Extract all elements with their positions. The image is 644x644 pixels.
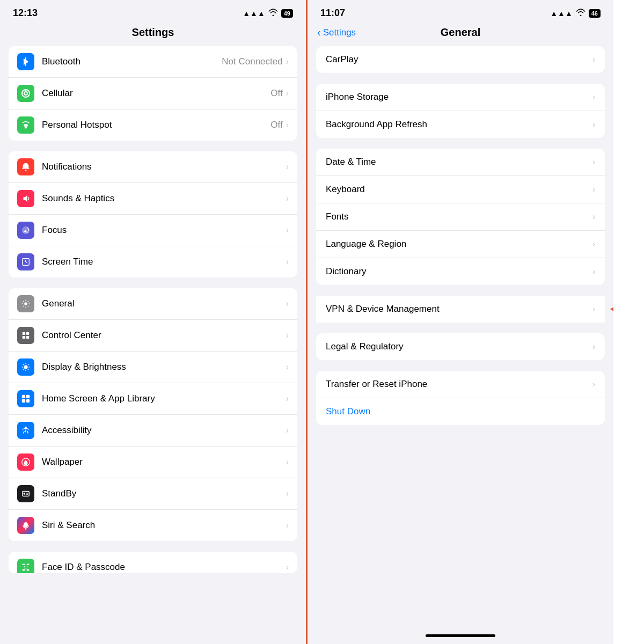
- cellular-row[interactable]: Cellular Off ›: [9, 78, 297, 109]
- homescreen-icon: [17, 390, 34, 407]
- datetime-chevron: ›: [592, 157, 595, 167]
- notifications-row[interactable]: Notifications ›: [9, 151, 297, 183]
- back-label: Settings: [323, 27, 356, 38]
- display-label: Display & Brightness: [42, 362, 286, 372]
- svg-rect-3: [24, 124, 27, 127]
- faceid-row[interactable]: Face ID & Passcode ›: [9, 552, 297, 573]
- hotspot-value: Off: [270, 120, 282, 130]
- accessibility-row[interactable]: Accessibility ›: [9, 415, 297, 447]
- fonts-label: Fonts: [326, 211, 592, 222]
- signal-icon: ▲▲▲: [243, 9, 265, 18]
- right-battery-badge: 46: [589, 9, 601, 18]
- svg-rect-25: [26, 494, 28, 494]
- focus-row[interactable]: Focus ›: [9, 215, 297, 246]
- iphone-storage-chevron: ›: [592, 92, 595, 102]
- display-chevron: ›: [286, 362, 289, 372]
- screentime-row[interactable]: Screen Time ›: [9, 246, 297, 277]
- storage-group: iPhone Storage › Background App Refresh …: [316, 84, 605, 138]
- svg-rect-31: [27, 569, 30, 570]
- connectivity-card: Bluetooth Not Connected › Cellular Off: [9, 46, 297, 141]
- fonts-row[interactable]: Fonts ›: [316, 203, 605, 231]
- siri-row[interactable]: Siri & Search ›: [9, 510, 297, 541]
- system-group: General ›: [9, 288, 297, 541]
- carplay-label: CarPlay: [326, 54, 592, 65]
- bg-refresh-row[interactable]: Background App Refresh ›: [316, 111, 605, 138]
- vpn-label: VPN & Device Management: [326, 304, 592, 314]
- svg-rect-18: [22, 399, 25, 402]
- right-time: 11:07: [320, 8, 345, 19]
- wallpaper-label: Wallpaper: [42, 457, 286, 467]
- bg-refresh-label: Background App Refresh: [326, 119, 592, 130]
- transfer-row[interactable]: Transfer or Reset iPhone ›: [316, 371, 605, 398]
- bg-refresh-chevron: ›: [592, 120, 595, 129]
- right-signal-icon: ▲▲▲: [550, 9, 573, 18]
- cellular-chevron: ›: [286, 89, 289, 98]
- standby-row[interactable]: StandBy ›: [9, 478, 297, 510]
- datetime-row[interactable]: Date & Time ›: [316, 149, 605, 176]
- language-chevron: ›: [592, 239, 595, 249]
- wallpaper-row[interactable]: Wallpaper ›: [9, 447, 297, 478]
- back-chevron-icon: ‹: [317, 26, 321, 39]
- standby-chevron: ›: [286, 489, 289, 499]
- svg-rect-13: [23, 336, 25, 339]
- left-scroll-area[interactable]: Bluetooth Not Connected › Cellular Off: [0, 46, 306, 644]
- general-row[interactable]: General ›: [9, 288, 297, 320]
- svg-point-15: [24, 365, 27, 369]
- dictionary-row[interactable]: Dictionary ›: [316, 258, 605, 285]
- hotspot-icon: [17, 116, 34, 134]
- sounds-icon: [17, 190, 34, 207]
- carplay-card: CarPlay ›: [316, 46, 605, 73]
- siri-icon: [17, 517, 34, 534]
- transfer-chevron: ›: [592, 379, 595, 389]
- carplay-row[interactable]: CarPlay ›: [316, 46, 605, 73]
- keyboard-row[interactable]: Keyboard ›: [316, 176, 605, 203]
- keyboard-chevron: ›: [592, 185, 595, 194]
- general-label: General: [42, 298, 286, 309]
- cellular-value: Off: [270, 88, 282, 99]
- svg-rect-24: [26, 493, 29, 493]
- alerts-card: Notifications › Sounds & Haptics ›: [9, 151, 297, 277]
- controlcenter-row[interactable]: Control Center ›: [9, 320, 297, 352]
- hotspot-chevron: ›: [286, 120, 289, 130]
- sounds-label: Sounds & Haptics: [42, 193, 286, 204]
- sounds-row[interactable]: Sounds & Haptics ›: [9, 183, 297, 215]
- homescreen-chevron: ›: [286, 394, 289, 404]
- svg-rect-29: [27, 564, 30, 565]
- vpn-row[interactable]: VPN & Device Management ›: [316, 296, 605, 323]
- left-title: Settings: [132, 26, 174, 38]
- shutdown-row[interactable]: Shut Down: [316, 398, 605, 425]
- notifications-icon: [17, 158, 34, 175]
- homescreen-label: Home Screen & App Library: [42, 393, 286, 404]
- language-label: Language & Region: [326, 239, 592, 250]
- right-status-icons: ▲▲▲ 46: [550, 9, 601, 18]
- back-button[interactable]: ‹ Settings: [317, 26, 356, 39]
- right-nav-header: ‹ Settings General: [308, 23, 613, 46]
- svg-rect-17: [26, 395, 30, 398]
- svg-point-32: [24, 566, 25, 567]
- homescreen-row[interactable]: Home Screen & App Library ›: [9, 383, 297, 415]
- faceid-card: Face ID & Passcode ›: [9, 552, 297, 573]
- legal-label: Legal & Regulatory: [326, 341, 592, 352]
- home-bar: [426, 634, 495, 637]
- faceid-label: Face ID & Passcode: [42, 562, 286, 573]
- display-row[interactable]: Display & Brightness ›: [9, 352, 297, 383]
- hotspot-label: Personal Hotspot: [42, 120, 270, 130]
- bluetooth-row[interactable]: Bluetooth Not Connected ›: [9, 46, 297, 78]
- legal-row[interactable]: Legal & Regulatory ›: [316, 333, 605, 360]
- notifications-label: Notifications: [42, 162, 286, 172]
- iphone-storage-row[interactable]: iPhone Storage ›: [316, 84, 605, 111]
- svg-rect-14: [26, 336, 29, 339]
- wallpaper-chevron: ›: [286, 457, 289, 467]
- language-row[interactable]: Language & Region ›: [316, 231, 605, 258]
- focus-chevron: ›: [286, 225, 289, 235]
- vpn-arrow-annotation: [610, 296, 613, 322]
- right-scroll-area[interactable]: CarPlay › iPhone Storage › Background Ap…: [308, 46, 613, 627]
- hotspot-row[interactable]: Personal Hotspot Off ›: [9, 109, 297, 141]
- accessibility-chevron: ›: [286, 426, 289, 435]
- transfer-label: Transfer or Reset iPhone: [326, 379, 592, 390]
- screentime-icon: [17, 253, 34, 270]
- controlcenter-label: Control Center: [42, 330, 286, 341]
- svg-rect-11: [23, 332, 25, 335]
- controlcenter-icon: [17, 327, 34, 344]
- datetime-label: Date & Time: [326, 157, 592, 167]
